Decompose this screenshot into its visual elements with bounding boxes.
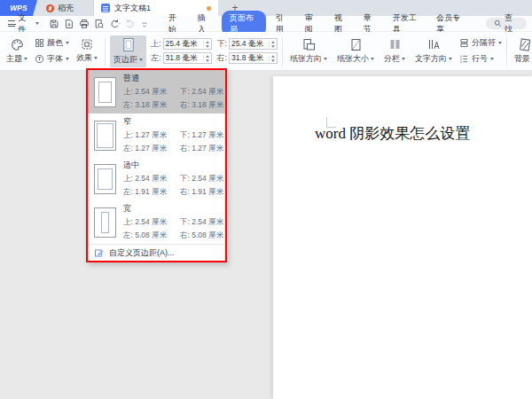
background-label: 背景 [514,53,530,65]
writer-document-icon [101,4,110,12]
fonts-label: 字体 [47,53,63,65]
preset-left-value: 左: 3.18 厘米 [123,100,176,111]
spinner-up-icon[interactable] [271,41,275,43]
breaks-button[interactable]: 分隔符 [459,37,502,49]
margin-top-value[interactable]: 25.4 毫米 [166,39,198,50]
unsaved-dot-icon [207,6,211,11]
spinner-up-icon[interactable] [206,41,209,43]
chevron-down-icon [24,58,27,60]
colors-icon [35,38,44,48]
page-margins-button[interactable]: 页边距 [110,35,146,67]
docer-tab-label: 稻壳 [58,3,74,14]
margin-bottom-label: 下: [217,38,228,50]
margin-left-field[interactable]: 左: 31.8 毫米 [151,52,212,64]
preset-name: 窄 [123,116,223,128]
preset-right-value: 右: 1.91 厘米 [180,187,223,198]
hamburger-icon [8,20,15,27]
theme-fonts-button[interactable]: 字体 [35,53,69,65]
menu-bar: 文件 开始 插入 页面布局 引用 审阅 视图 章节 开发工具 会员专享 查找 [0,16,532,32]
preset-right-value: 右: 1.27 厘米 [180,144,223,154]
theme-label: 主题 [6,53,22,65]
custom-margins-icon [94,248,104,258]
page-margins-dropdown: 普通 上: 2.54 厘米 下: 2.54 厘米 左: 3.18 厘米 右: 3… [86,68,227,262]
print-preview-icon[interactable] [94,19,105,29]
effects-icon [81,38,93,51]
spinner-down-icon[interactable] [271,45,275,48]
redo-icon[interactable] [125,19,136,29]
chevron-down-icon [66,58,69,60]
margin-left-label: 左: [151,52,161,64]
paper-orientation-icon [302,38,316,51]
spinner-down-icon[interactable] [271,59,275,62]
spinner-down-icon[interactable] [206,59,209,62]
margin-preview-icon [94,164,116,194]
customize-quickbar-icon[interactable] [140,19,149,29]
spinner-control[interactable] [269,55,275,62]
preset-right-value: 右: 5.08 厘米 [180,231,223,241]
print-icon[interactable] [79,19,90,29]
margin-right-value[interactable]: 31.8 毫米 [231,53,263,64]
theme-colors-button[interactable]: 颜色 [35,37,69,49]
paper-orientation-button[interactable]: 纸张方向 [287,37,330,66]
ribbon-toolbar: 主题 颜色 字体 效果 页边距 上: 25.4 毫米 下: 25.4 毫米 左: [0,32,532,71]
effects-button[interactable]: 效果 [74,37,100,65]
spinner-up-icon[interactable] [206,55,209,58]
chevron-down-icon [371,58,374,60]
background-button[interactable]: 背景 [512,37,532,66]
docer-icon [46,4,54,12]
chevron-down-icon [402,58,405,60]
preset-left-value: 左: 1.27 厘米 [123,144,176,154]
margin-preset-wide[interactable]: 宽 上: 2.54 厘米 下: 2.54 厘米 左: 5.08 厘米 右: 5.… [88,200,225,244]
chevron-down-icon [66,42,69,44]
margin-top-field[interactable]: 上: 25.4 毫米 [151,38,212,50]
margin-preset-narrow[interactable]: 窄 上: 1.27 厘米 下: 1.27 厘米 左: 1.27 厘米 右: 1.… [88,113,225,157]
chevron-down-icon [139,59,143,61]
text-direction-button[interactable]: 文字方向 [412,37,455,66]
custom-margins-item[interactable]: 自定义页边距(A)... [88,244,225,261]
paper-size-icon [349,38,363,51]
colors-label: 颜色 [47,37,63,49]
paper-orientation-label: 纸张方向 [290,53,322,65]
spinner-down-icon[interactable] [206,45,209,48]
preset-name: 普通 [123,73,223,84]
margin-preset-normal[interactable]: 普通 上: 2.54 厘米 下: 2.54 厘米 左: 3.18 厘米 右: 3… [88,70,225,113]
custom-margins-label: 自定义页边距(A)... [109,247,175,259]
spinner-control[interactable] [269,41,275,48]
document-text[interactable]: word 阴影效果怎么设置 [315,123,470,144]
margin-bottom-field[interactable]: 下: 25.4 毫米 [217,38,278,50]
margin-fields: 上: 25.4 毫米 下: 25.4 毫米 左: 31.8 毫米 右: 31.8… [151,38,278,64]
paper-size-button[interactable]: 纸张大小 [334,37,377,66]
line-numbers-button[interactable]: 行号 [459,53,502,65]
margin-bottom-value[interactable]: 25.4 毫米 [231,39,263,50]
columns-icon [388,38,402,51]
page-margins-label: 页边距 [113,54,137,66]
ribbon-separator [105,37,106,66]
spinner-control[interactable] [203,55,209,62]
margin-top-label: 上: [151,38,161,50]
preset-top-value: 上: 2.54 厘米 [123,87,176,98]
margin-preset-moderate[interactable]: 适中 上: 2.54 厘米 下: 2.54 厘米 左: 1.91 厘米 右: 1… [88,157,225,200]
chevron-down-icon [35,22,39,25]
text-direction-icon [427,38,441,51]
spinner-control[interactable] [203,41,209,48]
document-page[interactable]: word 阴影效果怎么设置 [273,76,532,399]
undo-icon[interactable] [109,19,121,29]
export-pdf-icon[interactable] [64,19,74,29]
margin-left-value[interactable]: 31.8 毫米 [166,53,198,64]
search-icon [494,20,502,27]
margin-preview-icon [94,121,116,151]
columns-button[interactable]: 分栏 [381,37,408,66]
search-box[interactable]: 查找 [486,18,527,29]
tab-docer[interactable]: 稻壳 [37,0,94,16]
preset-left-value: 左: 1.91 厘米 [123,187,176,198]
preset-bottom-value: 下: 2.54 厘米 [180,174,223,184]
save-icon[interactable] [49,19,59,29]
palette-icon [11,38,24,51]
chevron-down-icon [94,57,98,59]
theme-button[interactable]: 主题 [4,37,30,66]
margin-right-field[interactable]: 右: 31.8 毫米 [217,52,278,64]
ribbon-separator [506,37,507,66]
spinner-up-icon[interactable] [271,55,275,58]
preset-bottom-value: 下: 2.54 厘米 [180,87,223,98]
chevron-down-icon [324,58,327,60]
